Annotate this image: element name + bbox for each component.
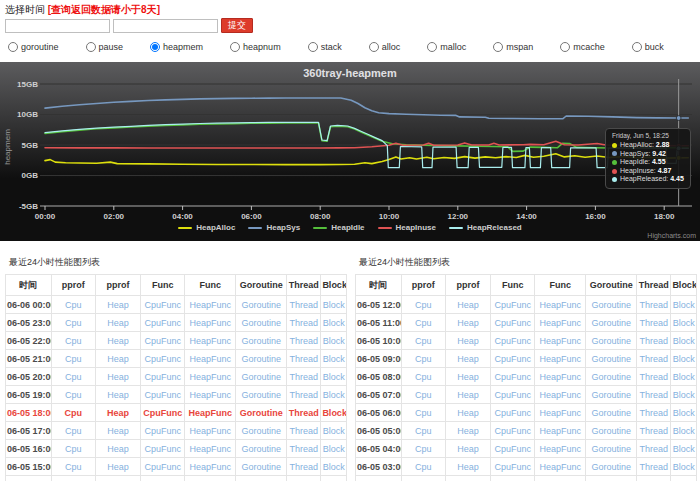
block-link[interactable]: Block [323,372,345,382]
block-link[interactable]: Block [673,408,695,418]
cpufunc-link[interactable]: CpuFunc [144,354,181,364]
cpu-link[interactable]: Cpu [65,426,82,436]
radio-option-mspan[interactable]: mspan [493,42,533,52]
block-link[interactable]: Block [673,390,695,400]
block-link[interactable]: Block [323,354,345,364]
thread-link[interactable]: Thread [290,372,319,382]
heap-link[interactable]: Heap [107,462,129,472]
block-link[interactable]: Block [673,444,695,454]
heapfunc-link[interactable]: HeapFunc [539,408,581,418]
block-link[interactable]: Block [673,462,695,472]
heapfunc-link[interactable]: HeapFunc [539,300,581,310]
goroutine-link[interactable]: Goroutine [241,336,281,346]
goroutine-link[interactable]: Goroutine [241,444,281,454]
block-link[interactable]: Block [673,336,695,346]
radio-option-heapmem[interactable]: heapmem [150,42,203,52]
block-link[interactable]: Block [323,462,345,472]
start-time-input[interactable] [5,19,110,33]
thread-link[interactable]: Thread [640,372,669,382]
heapfunc-link[interactable]: HeapFunc [188,408,232,418]
heapfunc-link[interactable]: HeapFunc [539,354,581,364]
radio-alloc[interactable] [369,42,379,52]
cpufunc-link[interactable]: CpuFunc [144,462,181,472]
heap-link[interactable]: Heap [457,318,479,328]
radio-option-malloc[interactable]: malloc [427,42,466,52]
cpu-link[interactable]: Cpu [415,336,432,346]
heap-link[interactable]: Heap [107,390,129,400]
heapfunc-link[interactable]: HeapFunc [189,444,231,454]
cpu-link[interactable]: Cpu [415,444,432,454]
heap-link[interactable]: Heap [107,354,129,364]
heapfunc-link[interactable]: HeapFunc [189,426,231,436]
thread-link[interactable]: Thread [640,390,669,400]
cpufunc-link[interactable]: CpuFunc [494,372,531,382]
heapfunc-link[interactable]: HeapFunc [539,390,581,400]
thread-link[interactable]: Thread [640,354,669,364]
heap-link[interactable]: Heap [457,372,479,382]
cpufunc-link[interactable]: CpuFunc [494,462,531,472]
radio-buck[interactable] [632,42,642,52]
goroutine-link[interactable]: Goroutine [591,354,631,364]
legend-item-heapalloc[interactable]: HeapAlloc [178,223,235,232]
cpufunc-link[interactable]: CpuFunc [144,372,181,382]
submit-button[interactable]: 提交 [221,18,253,33]
heap-link[interactable]: Heap [107,408,129,418]
end-time-input[interactable] [113,19,218,33]
cpu-link[interactable]: Cpu [415,390,432,400]
cpufunc-link[interactable]: CpuFunc [143,408,182,418]
cpu-link[interactable]: Cpu [415,426,432,436]
radio-malloc[interactable] [427,42,437,52]
cpu-link[interactable]: Cpu [415,372,432,382]
heapfunc-link[interactable]: HeapFunc [539,444,581,454]
cpu-link[interactable]: Cpu [415,408,432,418]
block-link[interactable]: Block [323,390,345,400]
thread-link[interactable]: Thread [640,336,669,346]
cpu-link[interactable]: Cpu [65,390,82,400]
heap-link[interactable]: Heap [107,318,129,328]
heapfunc-link[interactable]: HeapFunc [539,318,581,328]
thread-link[interactable]: Thread [290,462,319,472]
thread-link[interactable]: Thread [640,318,669,328]
cpufunc-link[interactable]: CpuFunc [144,444,181,454]
thread-link[interactable]: Thread [640,426,669,436]
goroutine-link[interactable]: Goroutine [591,444,631,454]
heap-link[interactable]: Heap [457,390,479,400]
heap-link[interactable]: Heap [107,336,129,346]
thread-link[interactable]: Thread [290,444,319,454]
block-link[interactable]: Block [323,318,345,328]
radio-option-buck[interactable]: buck [632,42,664,52]
cpufunc-link[interactable]: CpuFunc [494,426,531,436]
thread-link[interactable]: Thread [640,462,669,472]
radio-option-heapnum[interactable]: heapnum [230,42,281,52]
heap-link[interactable]: Heap [107,426,129,436]
heap-link[interactable]: Heap [457,426,479,436]
heapfunc-link[interactable]: HeapFunc [539,462,581,472]
radio-option-stack[interactable]: stack [308,42,342,52]
block-link[interactable]: Block [673,372,695,382]
radio-option-pause[interactable]: pause [86,42,124,52]
heap-link[interactable]: Heap [457,444,479,454]
cpufunc-link[interactable]: CpuFunc [494,318,531,328]
cpufunc-link[interactable]: CpuFunc [494,300,531,310]
radio-stack[interactable] [308,42,318,52]
radio-heapmem[interactable] [150,42,160,52]
thread-link[interactable]: Thread [290,336,319,346]
cpu-link[interactable]: Cpu [65,318,82,328]
heap-link[interactable]: Heap [457,336,479,346]
goroutine-link[interactable]: Goroutine [240,408,283,418]
goroutine-link[interactable]: Goroutine [241,426,281,436]
goroutine-link[interactable]: Goroutine [241,300,281,310]
cpufunc-link[interactable]: CpuFunc [494,444,531,454]
radio-goroutine[interactable] [8,42,18,52]
heap-link[interactable]: Heap [107,300,129,310]
goroutine-link[interactable]: Goroutine [591,408,631,418]
block-link[interactable]: Block [323,426,345,436]
heapfunc-link[interactable]: HeapFunc [539,426,581,436]
goroutine-link[interactable]: Goroutine [591,336,631,346]
heap-link[interactable]: Heap [107,444,129,454]
cpu-link[interactable]: Cpu [415,300,432,310]
heapfunc-link[interactable]: HeapFunc [189,336,231,346]
heapfunc-link[interactable]: HeapFunc [189,462,231,472]
heap-link[interactable]: Heap [457,462,479,472]
radio-pause[interactable] [86,42,96,52]
